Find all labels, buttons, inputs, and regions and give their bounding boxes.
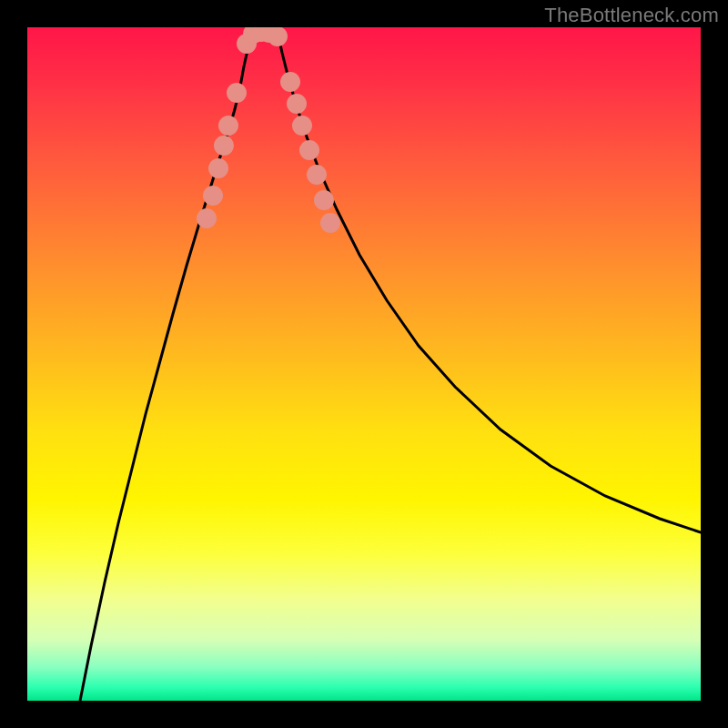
marker-point bbox=[268, 27, 288, 46]
marker-point bbox=[307, 165, 327, 185]
marker-point bbox=[218, 116, 238, 136]
marker-point bbox=[299, 140, 319, 160]
marker-point bbox=[214, 136, 234, 156]
marker-point bbox=[208, 158, 228, 178]
marker-point bbox=[320, 213, 340, 233]
marker-point bbox=[287, 94, 307, 114]
series-right-branch bbox=[278, 32, 701, 532]
marker-point bbox=[227, 83, 247, 103]
plot-area bbox=[27, 27, 701, 701]
series-group bbox=[80, 28, 701, 701]
marker-point bbox=[314, 190, 334, 210]
marker-point bbox=[292, 116, 312, 136]
marker-point bbox=[197, 208, 217, 228]
watermark-text: TheBottleneck.com bbox=[544, 4, 719, 27]
marker-point bbox=[280, 72, 300, 92]
marker-point bbox=[203, 186, 223, 206]
chart-svg bbox=[27, 27, 701, 701]
marker-group bbox=[197, 27, 340, 233]
chart-frame: TheBottleneck.com bbox=[0, 0, 728, 728]
